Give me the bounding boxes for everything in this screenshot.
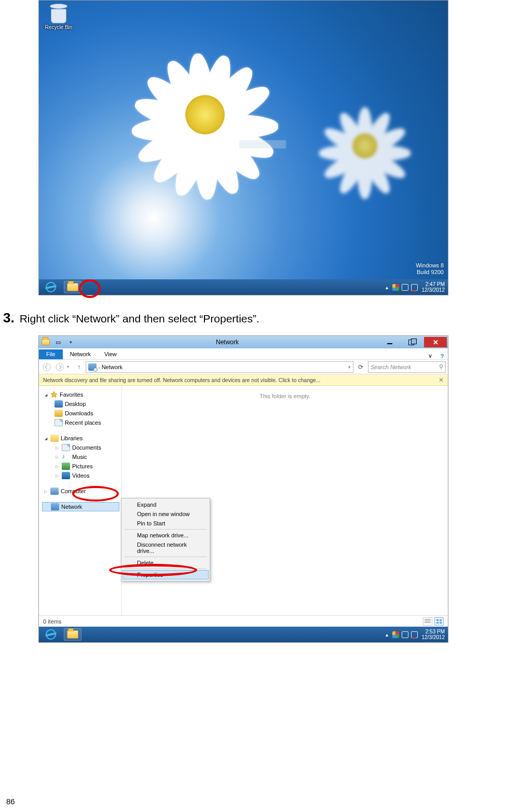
address-dropdown-icon[interactable]: ▾ xyxy=(348,364,351,370)
context-menu-item-disconnect-drive[interactable]: Disconnect network drive... xyxy=(122,540,209,556)
system-tray xyxy=(392,631,418,638)
breadcrumb-item[interactable]: Network xyxy=(102,364,122,370)
nav-item-videos[interactable]: Videos xyxy=(43,471,119,480)
network-tray-icon[interactable] xyxy=(411,631,418,638)
network-tray-icon[interactable] xyxy=(411,284,418,291)
taskbar-button-ie[interactable] xyxy=(42,281,60,293)
context-menu-item-map-drive[interactable]: Map network drive... xyxy=(122,531,209,540)
wallpaper-watermark xyxy=(239,140,286,148)
status-bar: 0 items xyxy=(39,615,448,627)
qat-properties-icon[interactable]: ▭ xyxy=(52,337,64,347)
refresh-button[interactable]: ⟳ xyxy=(355,361,366,373)
expand-triangle-icon[interactable] xyxy=(54,464,60,469)
nav-item-network[interactable]: Network xyxy=(42,502,119,511)
nav-item-documents[interactable]: Documents xyxy=(43,443,119,452)
nav-item-label: Desktop xyxy=(65,401,86,407)
nav-group-favorites[interactable]: Favorites xyxy=(43,390,119,399)
info-bar-close-icon[interactable]: ✕ xyxy=(439,376,444,384)
desktop-icon-recycle-bin[interactable]: Recycle Bin xyxy=(43,3,74,30)
nav-up-button[interactable]: ↑ xyxy=(74,361,84,373)
context-menu-item-expand[interactable]: Expand xyxy=(122,500,209,509)
volume-icon[interactable] xyxy=(402,631,408,638)
taskbar-button-ie[interactable] xyxy=(42,628,60,641)
nav-item-music[interactable]: ♪Music xyxy=(43,452,119,462)
volume-icon[interactable] xyxy=(402,284,408,291)
nav-item-label: Documents xyxy=(72,444,101,451)
step-number: 3. xyxy=(3,310,15,326)
view-icons-button[interactable] xyxy=(434,617,444,626)
computer-icon xyxy=(50,488,59,495)
context-menu-separator xyxy=(125,569,207,569)
expand-triangle-icon[interactable] xyxy=(54,445,60,450)
window-minimize-button[interactable] xyxy=(378,337,401,347)
build-tag-line2: Build 9200 xyxy=(416,269,444,276)
context-menu: Expand Open in new window Pin to Start M… xyxy=(121,498,210,581)
expand-triangle-icon[interactable] xyxy=(43,489,48,494)
taskbar-clock[interactable]: 2:53 PM 12/3/2012 xyxy=(422,629,445,640)
help-icon[interactable]: ? xyxy=(436,353,448,359)
screenshot-network-explorer: ▭ ▾ Network ✕ File Network View ∨ ? xyxy=(38,335,448,643)
libraries-icon xyxy=(50,435,59,442)
ribbon-tab-view[interactable]: View xyxy=(98,349,123,359)
ribbon-expand-icon[interactable]: ∨ xyxy=(425,353,435,359)
nav-back-button[interactable] xyxy=(41,361,52,373)
action-center-icon[interactable] xyxy=(392,631,399,638)
navigation-row: ▾ ↑ › Network ▾ ⟳ Search Network ⚲ xyxy=(39,360,448,374)
nav-forward-button[interactable] xyxy=(54,361,65,373)
context-menu-item-pin-to-start[interactable]: Pin to Start xyxy=(122,519,209,528)
nav-item-label: Recent places xyxy=(65,419,101,426)
search-input[interactable]: Search Network ⚲ xyxy=(368,361,446,373)
screenshot-desktop: Recycle Bin xyxy=(38,0,448,295)
address-bar[interactable]: › Network ▾ xyxy=(86,361,353,373)
context-menu-item-open-new-window[interactable]: Open in new window xyxy=(122,509,209,519)
recent-places-icon xyxy=(54,419,63,426)
nav-item-computer[interactable]: Computer xyxy=(43,486,119,496)
clock-date: 12/3/2012 xyxy=(422,634,445,640)
nav-history-dropdown[interactable]: ▾ xyxy=(67,364,72,369)
nav-item-pictures[interactable]: Pictures xyxy=(43,462,119,471)
network-icon xyxy=(51,503,59,510)
expand-triangle-icon[interactable] xyxy=(54,473,60,478)
build-tag-line1: Windows 8 xyxy=(416,262,444,269)
taskbar-button-explorer[interactable] xyxy=(64,628,81,641)
expand-triangle-icon[interactable] xyxy=(43,436,48,441)
nav-item-label: Favorites xyxy=(60,391,83,398)
nav-group-libraries[interactable]: Libraries xyxy=(43,434,119,443)
file-explorer-icon xyxy=(67,630,78,639)
status-text: 0 items xyxy=(43,618,61,625)
svg-rect-2 xyxy=(436,619,439,621)
breadcrumb-chevron-icon: › xyxy=(98,364,100,370)
expand-triangle-icon[interactable] xyxy=(43,392,48,397)
videos-icon xyxy=(62,472,70,479)
ribbon-file-tab[interactable]: File xyxy=(39,349,63,359)
tray-overflow-chevron-icon[interactable]: ▴ xyxy=(386,632,388,638)
network-icon xyxy=(88,363,97,371)
svg-rect-5 xyxy=(440,622,442,624)
documents-icon xyxy=(62,444,70,451)
nav-item-label: Videos xyxy=(72,472,89,479)
taskbar-clock[interactable]: 2:47 PM 12/3/2012 xyxy=(422,281,445,293)
action-center-icon[interactable] xyxy=(392,284,399,291)
window-close-button[interactable]: ✕ xyxy=(424,337,447,347)
ribbon-tab-network[interactable]: Network xyxy=(64,349,97,359)
nav-item-recent-places[interactable]: Recent places xyxy=(43,418,119,427)
recycle-bin-label: Recycle Bin xyxy=(43,24,74,30)
details-view-icon xyxy=(425,619,431,624)
qat-system-icon[interactable] xyxy=(40,337,51,347)
context-menu-item-properties[interactable]: Properties xyxy=(122,570,209,579)
info-bar[interactable]: Network discovery and file sharing are t… xyxy=(39,374,448,386)
svg-rect-4 xyxy=(436,622,439,624)
search-placeholder: Search Network xyxy=(371,364,411,370)
recycle-bin-icon xyxy=(49,3,68,23)
tray-overflow-chevron-icon[interactable]: ▴ xyxy=(386,285,388,290)
qat-dropdown-icon[interactable]: ▾ xyxy=(65,337,76,347)
context-menu-item-delete[interactable]: Delete xyxy=(122,558,209,567)
nav-item-label: Network xyxy=(61,504,82,510)
window-restore-button[interactable] xyxy=(401,337,424,347)
nav-item-desktop[interactable]: Desktop xyxy=(43,399,119,409)
expand-triangle-icon[interactable] xyxy=(54,454,60,459)
view-details-button[interactable] xyxy=(423,617,432,626)
nav-item-downloads[interactable]: Downloads xyxy=(43,409,119,418)
taskbar-button-explorer[interactable] xyxy=(64,281,81,293)
search-icon: ⚲ xyxy=(439,363,443,370)
